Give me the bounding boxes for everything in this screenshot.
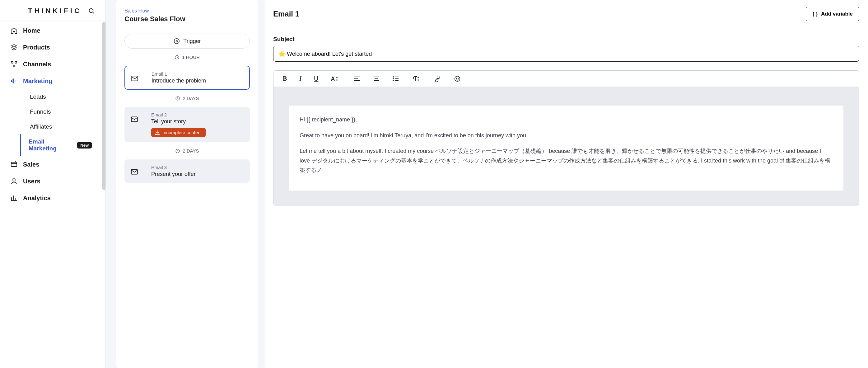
svg-rect-14 [131,169,137,174]
subnav-affiliates[interactable]: Affiliates [29,119,105,134]
email-card-1[interactable]: Email 1 Introduce the problem [124,66,250,90]
email-3-eyebrow: Email 3 [151,165,244,170]
clock-icon [175,96,180,101]
warning-text: Incomplete content [162,130,202,135]
svg-point-15 [337,77,337,78]
paragraph-button[interactable] [412,76,419,82]
email-card-3[interactable]: Email 3 Present your offer [124,160,250,183]
connector [187,101,187,107]
nav-channels[interactable]: Channels [9,56,105,73]
svg-point-6 [13,179,15,181]
incomplete-warning: Incomplete content [151,128,206,137]
users-icon [10,177,18,185]
svg-point-19 [393,80,394,81]
connector [187,49,187,54]
svg-point-18 [393,79,394,79]
email-2-title: Tell your story [151,118,244,125]
analytics-icon [10,194,18,202]
flow-title: Course Sales Flow [124,15,250,23]
nav-sales[interactable]: Sales [9,156,105,173]
delay-3: 2 DAYS [175,148,199,154]
connector [187,142,187,148]
svg-point-16 [337,80,337,80]
clock-icon [175,55,180,60]
bold-button[interactable]: B [283,75,287,82]
svg-point-12 [157,134,158,134]
align-left-button[interactable] [354,76,361,82]
align-center-button[interactable] [373,76,380,82]
italic-button[interactable]: I [299,75,302,82]
delay-1-label: 1 HOUR [182,55,200,60]
connector [187,90,187,95]
connector [187,60,187,66]
card-divider [145,112,145,137]
svg-point-24 [458,78,459,79]
editor-header: Email 1 { } Add variable [265,0,868,28]
svg-rect-5 [11,162,17,167]
clock-icon [175,148,180,153]
add-variable-label: Add variable [821,11,853,17]
rte-toolbar: B I U [274,71,859,87]
delay-2-label: 2 DAYS [183,95,199,101]
email-1-title: Introduce the problem [152,78,244,84]
nav-home[interactable]: Home [9,22,105,39]
subnav-email-marketing[interactable]: Email Marketing New [20,134,105,156]
subnav-funnels-label: Funnels [30,108,51,115]
subnav-funnels[interactable]: Funnels [29,104,105,119]
nav-home-label: Home [23,27,40,34]
svg-rect-9 [132,76,138,81]
main-nav: Home Products Channels Marketing Leads F… [0,21,105,206]
svg-point-3 [15,61,17,63]
envelope-icon [131,71,139,83]
braces-icon: { } [812,11,818,17]
list-button[interactable] [392,76,399,82]
content-greeting: Hi {{ recipient_name }}, [300,115,833,124]
emoji-button[interactable] [454,75,461,82]
subnav-email-marketing-label: Email Marketing [29,138,73,152]
svg-point-7 [174,38,180,44]
font-size-button[interactable] [331,76,339,82]
marketing-subnav: Leads Funnels Affiliates Email Marketing… [20,89,105,156]
nav-marketing[interactable]: Marketing [9,73,105,89]
svg-point-22 [455,76,460,81]
card-divider [145,165,145,177]
rich-text-editor: B I U [273,70,859,205]
svg-point-17 [393,77,394,77]
new-badge: New [77,142,92,148]
content-p2: Let me tell you a bit about myself. I cr… [300,146,833,175]
subject-input[interactable] [273,46,859,62]
nav-products[interactable]: Products [9,39,105,56]
link-button[interactable] [434,76,441,82]
nav-analytics-label: Analytics [23,195,51,202]
add-variable-button[interactable]: { } Add variable [806,7,859,21]
brand-header: THINKIFIC [0,0,105,21]
underline-button[interactable]: U [314,75,318,82]
sidebar-scrollbar[interactable] [102,22,105,190]
megaphone-icon [10,77,18,85]
nav-users[interactable]: Users [9,173,105,190]
sidebar: THINKIFIC Home Products Channels Marketi… [0,0,106,368]
trigger-step[interactable]: Trigger [124,34,250,49]
editor-heading: Email 1 [273,10,299,18]
delay-1: 1 HOUR [175,54,200,60]
products-icon [10,44,18,51]
home-icon [10,27,18,34]
delay-3-label: 2 DAYS [183,148,199,153]
email-card-2[interactable]: Email 2 Tell your story Incomplete conte… [124,107,250,142]
svg-point-21 [418,80,418,80]
search-icon[interactable] [88,7,95,14]
connector [187,154,187,160]
nav-users-label: Users [23,178,40,185]
rte-canvas[interactable]: Hi {{ recipient_name }}, Great to have y… [274,87,859,205]
play-icon [173,38,180,45]
subnav-leads-label: Leads [30,93,46,100]
nav-analytics[interactable]: Analytics [9,190,105,206]
content-p1: Great to have you on board! I'm hiroki T… [300,131,833,140]
envelope-icon [130,112,138,123]
sales-icon [10,161,18,168]
flow-breadcrumb[interactable]: Sales Flow [124,8,250,14]
svg-point-23 [456,78,457,79]
brand-logo: THINKIFIC [28,7,82,15]
subnav-leads[interactable]: Leads [29,89,105,104]
email-content[interactable]: Hi {{ recipient_name }}, Great to have y… [289,106,843,191]
